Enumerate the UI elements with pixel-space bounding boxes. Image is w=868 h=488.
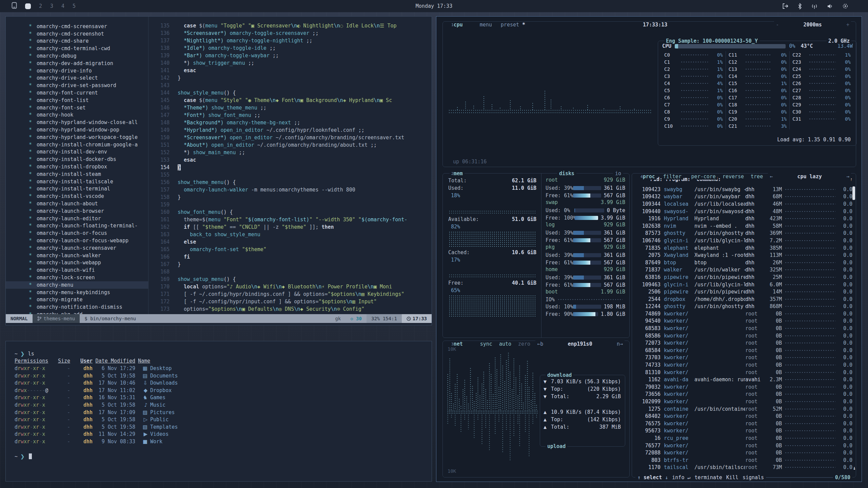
tree-button[interactable]: tree	[749, 174, 765, 180]
file-list-item[interactable]: *omarchy-launch-browser	[6, 207, 148, 215]
process-row[interactable]: 2544dropbox/home/dhh/.dropbox-distdhh357…	[633, 296, 854, 303]
file-list-item[interactable]: *omarchy-install-steam	[6, 170, 148, 178]
process-row[interactable]: 87649btopbtopdhh26M0.0	[633, 259, 854, 266]
file-list-item[interactable]: *omarchy-install-chromium-google-a	[6, 141, 148, 148]
file-list-item[interactable]: *omarchy-menu	[6, 281, 148, 289]
settings-icon[interactable]	[842, 3, 848, 9]
file-list-item[interactable]: *omarchy-launch-or-focus	[6, 229, 148, 237]
file-list-item[interactable]: *omarchy-install-dropbox	[6, 163, 148, 170]
process-list[interactable]: 109423swaybg/usr/bin/swaybg -i /homdhh13…	[633, 186, 854, 472]
file-list-item[interactable]: *omarchy-launch-wifi	[6, 266, 148, 274]
process-row[interactable]: 68584kworker/root0B0.0	[633, 347, 854, 354]
file-list-item[interactable]: *omarchy-lock-screen	[6, 274, 148, 281]
process-row[interactable]: 102638nvimnvim --embed .dhh58M0.0	[633, 222, 854, 230]
file-list-item[interactable]: *omarchy-cmd-terminal-cwd	[6, 45, 148, 52]
process-row[interactable]: 102099kworker/root0B0.0	[633, 398, 854, 405]
process-row[interactable]: 68402kworker/root0B0.0	[633, 412, 854, 420]
process-row[interactable]: 68583kworker/root0B0.0	[633, 325, 854, 332]
process-row[interactable]: 72073kworker/root0B0.0	[633, 339, 854, 347]
file-list-item[interactable]: *omarchy-drive-select	[6, 75, 148, 82]
iface-next-button[interactable]: n→	[617, 341, 623, 347]
process-row[interactable]: 1162avahi-daavahi-daemon: running [avahi…	[633, 376, 854, 383]
file-list-item[interactable]: *omarchy-notification-dismiss	[6, 303, 148, 311]
file-list-item[interactable]: *omarchy-hyprland-window-pop	[6, 126, 148, 134]
io-tab[interactable]: io	[613, 170, 623, 177]
signals-hint[interactable]: signals	[741, 474, 766, 481]
terminate-hint[interactable]: terminate	[693, 474, 724, 481]
file-list-item[interactable]: *omarchy-font-set	[6, 104, 148, 111]
file-list-item[interactable]: *omarchy-cmd-screensaver	[6, 23, 148, 30]
file-list-item[interactable]: *omarchy-install-dev-env	[6, 148, 148, 156]
sort-next-button[interactable]: →	[846, 174, 849, 180]
file-list-item[interactable]: *omarchy-drive-set-password	[6, 82, 148, 89]
file-list-item[interactable]: *omarchy-install-docker-dbs	[6, 156, 148, 163]
reverse-button[interactable]: reverse	[721, 174, 746, 180]
process-row[interactable]: 71837walker/usr/bin/walker --gappldhh325…	[633, 266, 854, 274]
file-list-pane[interactable]: *omarchy-cmd-screensaver*omarchy-cmd-scr…	[6, 17, 148, 315]
file-list-item[interactable]: *omarchy-launch-or-focus-webapp	[6, 237, 148, 244]
code-pane[interactable]: 135 case $(menu "Toggle" "▣ Screensaver\…	[149, 17, 432, 315]
process-row[interactable]: 1170tailscal/usr/sbin/tailscaled --root7…	[633, 464, 854, 471]
process-row[interactable]: 79032kworker/root0B0.0	[633, 383, 854, 391]
process-row[interactable]: 803btrfs-trroot0B0.0	[633, 456, 854, 464]
menu-button[interactable]: menu	[480, 22, 492, 28]
process-row[interactable]: 74733kworker/root0B0.0	[633, 361, 854, 369]
interval-plus-button[interactable]: +	[846, 22, 849, 28]
kill-hint[interactable]: Kill	[724, 474, 741, 481]
process-row[interactable]: 63816pipewire/usr/bin/pipewiredhh25M0.0	[633, 273, 854, 281]
process-row[interactable]: 73703kworker/root0B0.0	[633, 354, 854, 362]
process-row[interactable]: 68586kworker/root0B0.0	[633, 332, 854, 340]
process-row[interactable]: 81310kworker/root0B0.0	[633, 369, 854, 376]
process-row[interactable]: 76575kworker/root0B0.0	[633, 420, 854, 427]
file-list-item[interactable]: *omarchy-font-current	[6, 89, 148, 97]
process-row[interactable]: 2506pipewire/usr/bin/pipewire-pulsedhh14…	[633, 288, 854, 296]
process-row[interactable]: 1275containe/usr/bin/containerdroot52M0.…	[633, 405, 854, 413]
terminal-window[interactable]: ~ ❯ ls PermissionsSizeUserDate ModifiedN…	[5, 341, 432, 482]
process-row[interactable]: 106746glycin-i/usr/lib/glycin-loadersdhh…	[633, 237, 854, 244]
filter-button[interactable]: filter	[662, 174, 683, 180]
process-row[interactable]: 2075XwaylandXwayland :1 -rootless -dhh11…	[633, 251, 854, 259]
file-list-item[interactable]: *omarchy-drive-info	[6, 67, 148, 75]
process-row[interactable]: 73656kworker/root0B0.0	[633, 391, 854, 398]
bluetooth-icon[interactable]	[798, 3, 802, 9]
info-hint[interactable]: info ↵	[670, 474, 692, 481]
file-list-item[interactable]: *omarchy-font-list	[6, 97, 148, 104]
file-list-item[interactable]: *omarchy-migrate	[6, 296, 148, 303]
process-row[interactable]: 109440swayosd-/usr/bin/swayosd-serverdhh…	[633, 208, 854, 215]
volume-icon[interactable]	[827, 3, 833, 9]
logout-icon[interactable]	[782, 3, 789, 9]
file-list-item[interactable]: *omarchy-launch-webapp	[6, 259, 148, 267]
network-icon[interactable]	[811, 3, 818, 9]
per-core-button[interactable]: per-core	[690, 174, 717, 180]
file-list-item[interactable]: *omarchy-cmd-screenshot	[6, 30, 148, 38]
iface-prev-button[interactable]: ←b	[537, 341, 543, 347]
file-list-item[interactable]: *omarchy-debug	[6, 52, 148, 60]
file-list-item[interactable]: *omarchy-launch-editor	[6, 215, 148, 222]
file-list-item[interactable]: *omarchy-install-terminal	[6, 185, 148, 193]
file-list-item[interactable]: *omarchy-menu-keybindings	[6, 289, 148, 296]
file-list-item[interactable]: *omarchy-hook	[6, 111, 148, 119]
process-row[interactable]: 95673kworker/root0B0.0	[633, 427, 854, 435]
process-row[interactable]: 94540kworker/root0B0.0	[633, 318, 854, 325]
file-list-item[interactable]: *omarchy-dev-add-migration	[6, 60, 148, 67]
process-row[interactable]: 109423swaybg/usr/bin/swaybg -i /homdhh13…	[633, 186, 854, 193]
process-row[interactable]: 72088kworker/root0B0.0	[633, 449, 854, 456]
proc-scrollbar[interactable]	[852, 186, 855, 200]
sort-prev-button[interactable]: ←	[770, 174, 773, 180]
preset-button[interactable]: preset	[501, 22, 519, 28]
file-list-item[interactable]: *omarchy-hyprland-workspace-toggle	[6, 134, 148, 141]
process-row[interactable]: 74869kworker/root0B0.0	[633, 310, 854, 318]
process-row[interactable]: 16rcu_preeroot0B0.0	[633, 434, 854, 442]
file-list-item[interactable]: *omarchy-cmd-share	[6, 38, 148, 45]
process-row[interactable]: 109344localsea/usr/lib/localsearch-exdhh…	[633, 200, 854, 208]
file-list-item[interactable]: *omarchy-install-vscode	[6, 192, 148, 200]
file-list-item[interactable]: *omarchy-launch-walker	[6, 252, 148, 259]
file-list-item[interactable]: *omarchy-launch-floating-terminal-	[6, 222, 148, 230]
interval-minus-button[interactable]: -	[776, 22, 779, 28]
process-row[interactable]: 87573ghostty/usr/bin/ghostty --gtk-dhh36…	[633, 230, 854, 237]
process-row[interactable]: 1916HyprlandHyprlanddhh423M0.0	[633, 215, 854, 222]
file-list-item[interactable]: *omarchy-launch-about	[6, 200, 148, 207]
process-row[interactable]: 109432waybar/usr/bin/waybardhh68M0.0	[633, 193, 854, 201]
process-row[interactable]: 71835elephantelephantdhh385M0.0	[633, 244, 854, 252]
file-list-item[interactable]: *omarchy-install-tailscale	[6, 178, 148, 185]
